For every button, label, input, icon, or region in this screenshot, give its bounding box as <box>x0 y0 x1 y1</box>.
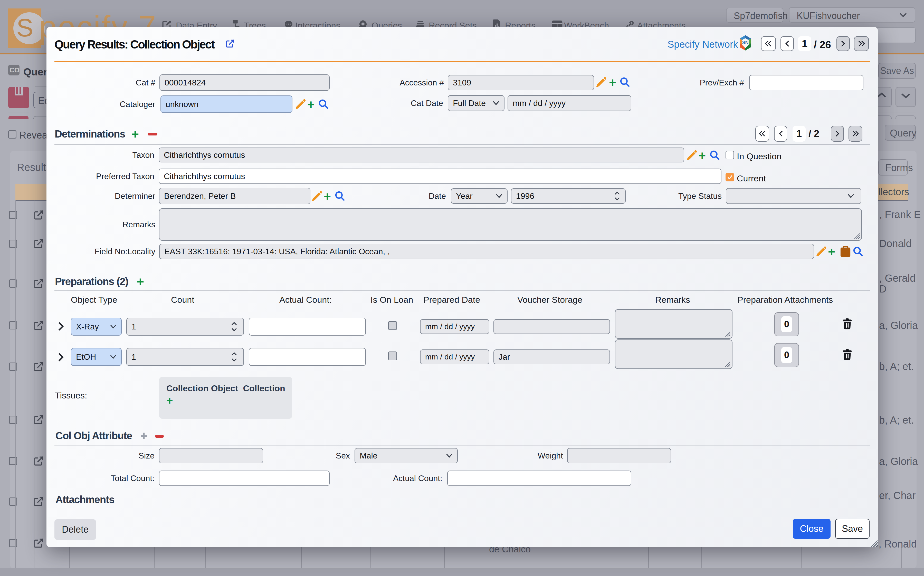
svg-text:SN: SN <box>742 40 748 45</box>
